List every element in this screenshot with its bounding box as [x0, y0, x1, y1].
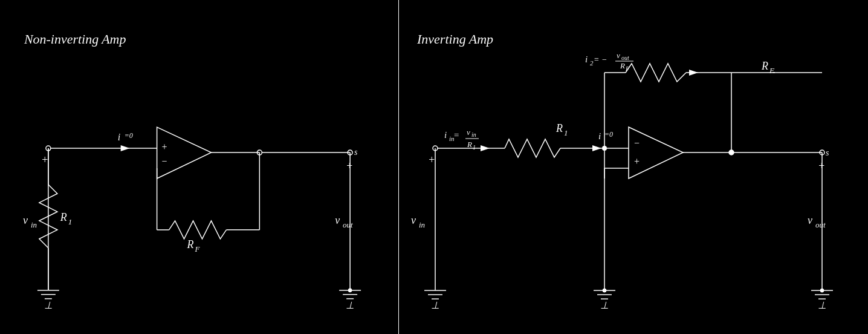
- svg-text:F: F: [195, 244, 201, 254]
- svg-point-94: [820, 289, 824, 292]
- svg-text:+: +: [161, 142, 168, 152]
- svg-text:1: 1: [68, 217, 72, 226]
- svg-marker-55: [481, 145, 490, 151]
- svg-point-22: [348, 289, 352, 292]
- svg-text:v: v: [467, 128, 470, 137]
- svg-text:v: v: [335, 214, 340, 226]
- main-container: Non-inverting Amp + i =0 + −: [0, 0, 868, 334]
- svg-text:−: −: [161, 156, 168, 166]
- svg-text:1: 1: [473, 144, 476, 151]
- svg-text:i: i: [118, 132, 120, 142]
- svg-text:⊥: ⊥: [431, 300, 439, 310]
- svg-text:in: in: [31, 220, 37, 229]
- svg-text:Inverting Amp: Inverting Amp: [416, 31, 493, 47]
- svg-text:+: +: [346, 160, 353, 172]
- svg-text:in: in: [471, 131, 476, 138]
- svg-text:v: v: [411, 214, 416, 226]
- left-panel: Non-inverting Amp + i =0 + −: [0, 0, 399, 334]
- svg-text:out: out: [621, 54, 629, 61]
- svg-text:R: R: [620, 61, 625, 70]
- svg-text:=: =: [453, 130, 459, 140]
- svg-text:R: R: [761, 60, 768, 72]
- svg-text:−: −: [633, 138, 640, 148]
- svg-marker-81: [689, 70, 698, 76]
- svg-text:+: +: [818, 160, 825, 172]
- svg-text:1: 1: [564, 128, 568, 137]
- right-panel: Inverting Amp + i in = v in R 1 R 1: [399, 0, 868, 334]
- svg-text:v: v: [617, 51, 620, 60]
- svg-text:+: +: [41, 154, 48, 166]
- svg-text:⊥: ⊥: [44, 300, 53, 310]
- svg-text:R: R: [60, 211, 67, 223]
- svg-text:v: v: [808, 214, 812, 226]
- svg-text:=0: =0: [125, 131, 133, 140]
- svg-text:i: i: [585, 54, 588, 64]
- svg-text:R: R: [187, 238, 194, 250]
- svg-marker-62: [629, 127, 683, 178]
- svg-marker-58: [592, 145, 601, 151]
- svg-text:⊥: ⊥: [600, 300, 609, 310]
- svg-text:⊥: ⊥: [818, 300, 826, 310]
- svg-text:+: +: [428, 154, 435, 166]
- svg-text:R: R: [555, 122, 563, 134]
- svg-text:out: out: [343, 220, 353, 229]
- svg-text:s: s: [826, 148, 829, 157]
- svg-text:Non-inverting Amp: Non-inverting Amp: [24, 31, 126, 47]
- svg-text:in: in: [419, 220, 425, 229]
- svg-point-112: [729, 150, 734, 155]
- svg-text:= −: = −: [594, 55, 607, 64]
- svg-text:R: R: [467, 140, 472, 149]
- svg-text:F: F: [625, 65, 630, 72]
- svg-text:out: out: [815, 220, 826, 229]
- svg-text:s: s: [354, 148, 358, 157]
- svg-text:v: v: [23, 214, 28, 226]
- svg-marker-7: [157, 127, 212, 178]
- svg-text:i: i: [444, 130, 447, 140]
- svg-marker-4: [121, 145, 130, 151]
- svg-text:=0: =0: [604, 130, 613, 139]
- svg-text:⊥: ⊥: [346, 300, 354, 310]
- svg-text:i: i: [598, 131, 601, 141]
- svg-text:F: F: [769, 66, 775, 75]
- svg-text:+: +: [633, 156, 640, 166]
